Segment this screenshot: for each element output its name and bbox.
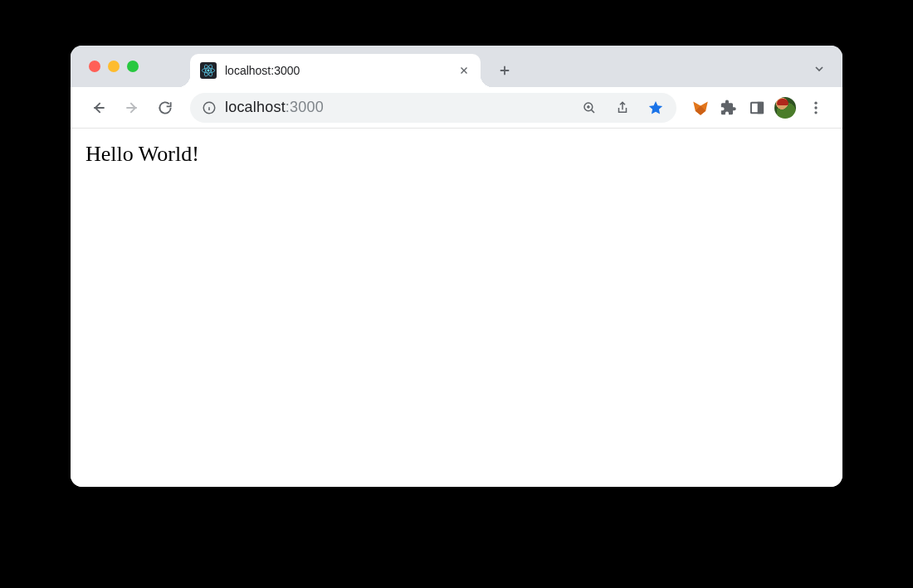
close-icon[interactable] — [457, 64, 471, 77]
puzzle-icon[interactable] — [716, 95, 741, 120]
window-minimize-button[interactable] — [108, 61, 120, 72]
url-text: localhost:3000 — [225, 99, 569, 116]
react-icon — [200, 62, 217, 79]
star-icon[interactable] — [643, 95, 668, 120]
tab-strip: localhost:3000 — [71, 46, 842, 87]
tab-title: localhost:3000 — [225, 64, 449, 77]
svg-point-12 — [814, 111, 817, 114]
window-maximize-button[interactable] — [127, 61, 139, 72]
toolbar: localhost:3000 — [71, 87, 842, 129]
url-host: localhost — [225, 99, 286, 115]
arrow-right-icon[interactable] — [117, 93, 147, 123]
arrow-left-icon[interactable] — [84, 93, 114, 123]
window-close-button[interactable] — [89, 61, 100, 72]
share-icon[interactable] — [610, 95, 635, 120]
svg-point-0 — [208, 70, 210, 72]
zoom-icon[interactable] — [577, 95, 602, 120]
window-controls — [89, 61, 139, 72]
chevron-down-icon[interactable] — [808, 57, 831, 80]
svg-point-10 — [814, 101, 817, 104]
page-body-text: Hello World! — [85, 142, 828, 167]
side-panel-icon[interactable] — [745, 95, 769, 120]
metamask-icon[interactable] — [688, 95, 713, 120]
svg-point-11 — [814, 106, 817, 109]
url-path: :3000 — [286, 99, 324, 115]
browser-tab[interactable]: localhost:3000 — [190, 54, 481, 87]
reload-icon[interactable] — [150, 93, 180, 123]
svg-rect-9 — [759, 102, 763, 113]
plus-icon[interactable] — [492, 58, 517, 83]
kebab-menu-icon[interactable] — [801, 93, 831, 123]
info-icon[interactable] — [202, 100, 217, 115]
page-viewport: Hello World! — [71, 129, 842, 487]
browser-window: localhost:3000 localhost:3000 — [71, 46, 842, 487]
address-bar[interactable]: localhost:3000 — [190, 93, 676, 123]
avatar-icon[interactable] — [773, 95, 798, 120]
